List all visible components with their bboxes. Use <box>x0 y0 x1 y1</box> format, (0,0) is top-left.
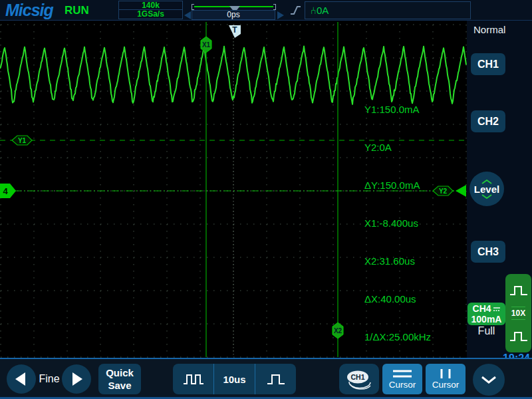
collapse-menu-button[interactable] <box>473 364 505 396</box>
fine-decrease-button[interactable] <box>7 364 36 394</box>
probe-settings-panel[interactable]: 10X <box>505 274 531 352</box>
run-status[interactable]: RUN <box>65 4 89 17</box>
cursor-y1-handle[interactable]: Y1 <box>12 136 32 145</box>
horizontal-cursors-icon <box>390 369 414 378</box>
waveform-display-area[interactable]: T X1 X2 Y1 Y2 <box>0 21 467 359</box>
top-status-bar: Micsig RUN 140k 1GSa/s 0ps ⑃0A <box>0 0 532 21</box>
cursor-x2-handle[interactable]: X2 <box>332 323 343 338</box>
cursor-x1-handle[interactable]: X1 <box>201 37 211 53</box>
vertical-cursors-icon <box>434 369 458 378</box>
brand-logo: Micsig <box>5 1 53 20</box>
timebase-value[interactable]: 10us <box>213 364 255 394</box>
pulse-width-negative-button[interactable] <box>505 320 531 352</box>
svg-text:Y2: Y2 <box>439 188 448 195</box>
chevron-down-icon <box>481 194 492 199</box>
trigger-slope-rising-icon[interactable] <box>290 5 302 17</box>
trigger-level-arrow-icon[interactable] <box>456 185 466 197</box>
positive-pulse-small-icon <box>509 331 528 342</box>
ch2-button[interactable]: CH2 <box>471 110 505 132</box>
dc-coupling-icon <box>493 307 500 312</box>
chevron-down-icon <box>481 376 497 384</box>
left-triangle-icon <box>15 372 25 386</box>
positive-pulse-icon <box>509 285 528 297</box>
pulse-train-icon <box>183 373 204 385</box>
right-triangle-icon <box>72 372 82 386</box>
oscilloscope-screen: Micsig RUN 140k 1GSa/s 0ps ⑃0A <box>0 0 532 399</box>
svg-text:X2: X2 <box>334 327 342 334</box>
cursor-y2-handle[interactable]: Y2 <box>433 186 453 196</box>
svg-text:Y1: Y1 <box>18 137 27 144</box>
ch1-button[interactable]: CH1 <box>471 53 505 75</box>
timebase-control-group: 10us <box>173 364 296 394</box>
ch4-ground-marker[interactable]: 4 <box>0 184 16 198</box>
fine-increase-button[interactable] <box>62 364 91 394</box>
svg-text:4: 4 <box>3 186 8 196</box>
pulse-width-positive-button[interactable] <box>505 274 531 307</box>
fine-adjust-label: Fine <box>36 364 63 394</box>
timebase-zoom-in-button[interactable] <box>255 364 296 394</box>
ch4-active-channel-badge[interactable]: CH4 100mA <box>467 303 505 325</box>
acquisition-info-box[interactable]: 140k 1GSa/s <box>118 1 183 19</box>
trigger-position-left-arrow-icon[interactable] <box>184 11 191 19</box>
trigger-position-value[interactable]: 0ps <box>192 10 275 20</box>
vertical-cursor-button[interactable]: Cursor <box>426 364 466 394</box>
horizontal-cursor-button[interactable]: Cursor <box>382 364 422 394</box>
svg-text:CH1: CH1 <box>350 373 364 381</box>
svg-text:T: T <box>232 25 237 35</box>
channel-stack-icon: CH1 <box>344 368 374 390</box>
timebase-zoom-out-button[interactable] <box>173 364 213 394</box>
channel-select-button[interactable]: CH1 <box>339 364 379 394</box>
single-pulse-icon <box>267 373 285 385</box>
trigger-position-right-arrow-icon[interactable] <box>277 11 284 19</box>
sample-rate: 1GSa/s <box>119 10 182 19</box>
quick-save-button[interactable]: Quick Save <box>98 364 141 394</box>
probe-attenuation-label[interactable]: 10X <box>511 307 525 320</box>
trigger-level-button[interactable]: Level <box>469 172 504 206</box>
ch3-button[interactable]: CH3 <box>471 241 505 263</box>
memory-bar-right-bracket <box>273 4 276 10</box>
trigger-source-readout[interactable]: ⑃0A <box>305 1 471 19</box>
trigger-time-marker[interactable]: T <box>229 25 241 38</box>
acquire-mode-label: Normal <box>473 24 505 35</box>
svg-text:X1: X1 <box>202 41 211 49</box>
ch4-bandwidth-label[interactable]: Full <box>467 325 505 337</box>
bottom-toolbar: Fine Quick Save 10us CH1 <box>0 358 532 399</box>
